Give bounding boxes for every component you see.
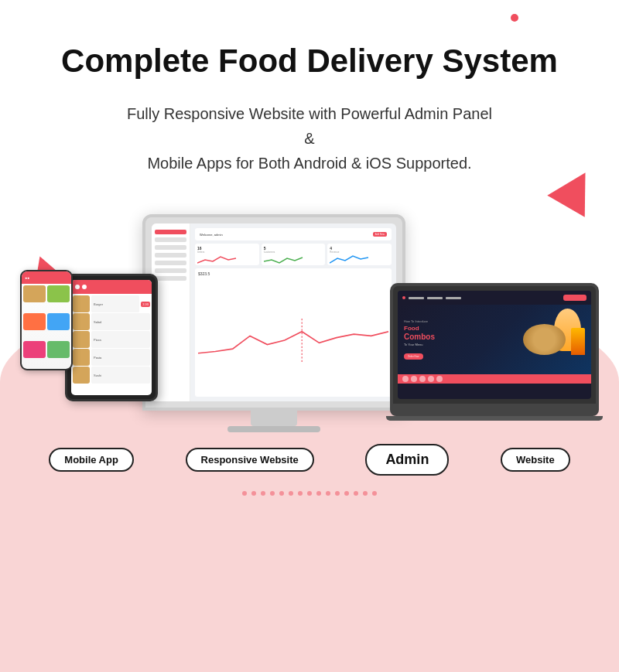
admin-sidebar-item	[155, 230, 186, 234]
tablet-food-info: Burger	[91, 295, 139, 312]
website-nav-item	[427, 297, 443, 299]
tablet-food-info: Salad	[91, 313, 150, 330]
admin-welcome-text: Welcome, admin	[200, 233, 223, 237]
hero-image-area	[523, 309, 585, 370]
phone-food-item	[23, 313, 46, 330]
hero-title-food: Food	[404, 325, 523, 333]
admin-stat-revenue: 4 Revenue	[327, 244, 392, 265]
hero-subtitle: To Your Menu	[404, 343, 523, 346]
subtitle: Fully Responsive Website with Powerful A…	[0, 101, 619, 176]
tablet-food-row: Sushi	[73, 367, 150, 384]
admin-sidebar-item	[155, 245, 186, 250]
hero-cta-button[interactable]: Order Now	[404, 353, 423, 360]
website-label: Website	[501, 448, 570, 472]
tablet-food-info: Pizza	[91, 331, 150, 348]
tablet-food-row: Salad	[73, 313, 150, 330]
monitor-stand	[251, 411, 297, 426]
admin-add-button[interactable]: Add New	[373, 232, 387, 237]
header-section: Complete Food Delivery System Fully Resp…	[0, 0, 619, 191]
admin-revenue-label: $323.5	[198, 271, 388, 276]
website-hero-text: How To Introduce Food Combos To Your Men…	[404, 319, 523, 360]
food-name: Pizza	[94, 338, 101, 342]
admin-sidebar-item	[155, 276, 186, 281]
tablet-food-list: Burger 3.99 Salad Pizza Pasta	[71, 294, 152, 395]
responsive-website-label: Responsive Website	[186, 448, 314, 472]
mini-chart	[330, 254, 389, 264]
tablet-device: Burger 3.99 Salad Pizza Pasta	[65, 274, 158, 401]
website-nav-item	[409, 297, 424, 299]
tablet-food-row: Burger 3.99	[73, 295, 150, 312]
tablet-food-info: Sushi	[91, 367, 150, 384]
admin-sidebar-item	[155, 261, 186, 265]
hero-title-combos: Combos	[404, 333, 523, 341]
subtitle-line2: Mobile Apps for Both Android & iOS Suppo…	[147, 155, 471, 172]
subtitle-line1: Fully Responsive Website with Powerful A…	[127, 105, 492, 122]
mobile-app-label: Mobile App	[49, 448, 134, 472]
phone-food-item	[23, 341, 46, 358]
dot	[289, 491, 293, 496]
monitor-screen: Welcome, admin Add New 16 Orders	[152, 223, 396, 401]
tablet-food-info: Pasta	[91, 349, 150, 366]
website-order-btn	[563, 295, 587, 301]
phone-frame: ●●	[20, 270, 73, 370]
dot	[307, 491, 312, 496]
dot	[354, 491, 358, 496]
tablet-food-image	[73, 313, 90, 330]
hero-fries	[571, 328, 585, 355]
admin-label: Admin	[365, 444, 449, 476]
footer-avatar	[436, 376, 443, 382]
laptop-device: How To Introduce Food Combos To Your Men…	[390, 283, 599, 421]
admin-chart-area: $323.5	[195, 268, 392, 397]
hero-intro-text: How To Introduce	[404, 319, 523, 323]
food-name: Salad	[94, 320, 101, 324]
phone-food-item	[47, 285, 70, 302]
website-navbar	[398, 291, 591, 305]
footer-avatar	[402, 376, 409, 382]
food-name: Sushi	[94, 374, 101, 377]
main-title: Complete Food Delivery System	[0, 43, 619, 80]
tablet-food-image	[73, 331, 90, 348]
monitor-screen-frame: Welcome, admin Add New 16 Orders	[142, 214, 405, 411]
admin-main-content: Welcome, admin Add New 16 Orders	[190, 223, 396, 401]
website-footer-strip	[398, 374, 591, 384]
tablet-screen: Burger 3.99 Salad Pizza Pasta	[71, 280, 152, 395]
dot	[279, 491, 284, 496]
tablet-logo-dot	[75, 285, 80, 289]
devices-section: ●●	[0, 214, 619, 432]
monitor-frame: Welcome, admin Add New 16 Orders	[142, 214, 405, 432]
phone-app-logo: ●●	[25, 275, 29, 280]
admin-main-chart	[198, 279, 388, 401]
dot	[363, 491, 368, 496]
phone-food-grid	[22, 284, 71, 369]
admin-sidebar-item	[155, 237, 186, 242]
website-nav-item	[446, 297, 461, 299]
dot	[372, 491, 377, 496]
device-labels-section: Mobile App Responsive Website Admin Webs…	[0, 436, 619, 476]
phone-screen: ●●	[22, 271, 71, 369]
tablet-food-row: Pizza	[73, 331, 150, 348]
footer-avatar	[428, 376, 434, 382]
subtitle-ampersand: &	[304, 130, 314, 147]
tablet-logo-dot	[82, 285, 87, 289]
admin-topbar: Welcome, admin Add New	[195, 228, 392, 240]
mini-chart	[264, 254, 323, 264]
monitor-base	[227, 426, 320, 432]
tablet-food-image	[73, 295, 90, 312]
food-name: Burger	[94, 302, 103, 306]
dot	[326, 491, 330, 496]
mini-chart	[197, 254, 257, 264]
tablet-frame: Burger 3.99 Salad Pizza Pasta	[65, 274, 158, 401]
phone-app-header: ●●	[22, 271, 71, 284]
tablet-food-image	[73, 367, 90, 384]
footer-avatar	[419, 376, 426, 382]
dot	[316, 491, 321, 496]
admin-sidebar-item	[155, 268, 186, 273]
dot	[335, 491, 340, 496]
laptop-screen: How To Introduce Food Combos To Your Men…	[398, 291, 591, 399]
laptop-frame: How To Introduce Food Combos To Your Men…	[390, 283, 599, 421]
dot	[242, 491, 247, 496]
monitor-device: Welcome, admin Add New 16 Orders	[142, 214, 405, 432]
admin-stats-row: 16 Orders 5 Customers	[195, 244, 392, 265]
dot	[344, 491, 349, 496]
dot	[251, 491, 256, 496]
